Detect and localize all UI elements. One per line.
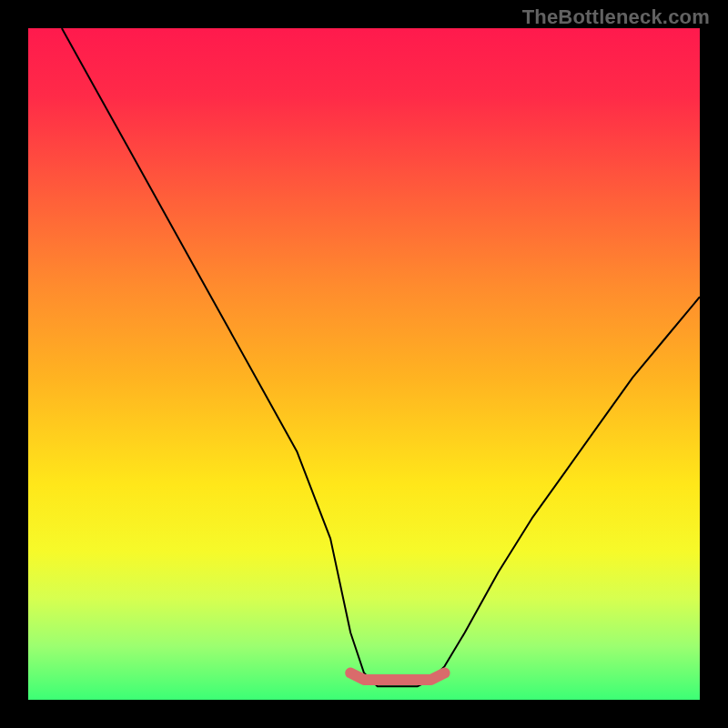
chart-frame: TheBottleneck.com <box>0 0 728 728</box>
sweet-spot-band-line <box>350 673 444 680</box>
bottleneck-curve-line <box>62 28 700 686</box>
plot-area <box>28 28 700 700</box>
curve-svg <box>28 28 700 700</box>
watermark-text: TheBottleneck.com <box>522 5 710 29</box>
